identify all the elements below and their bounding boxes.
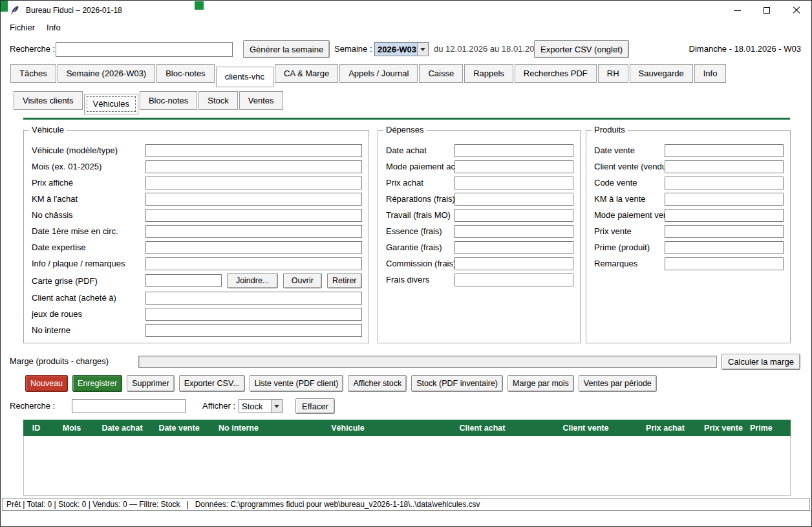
attach-pdf-button[interactable]: Joindre... (227, 273, 278, 288)
generate-week-button[interactable]: Générer la semaine (243, 40, 330, 58)
margin-by-month-button[interactable]: Marge par mois (508, 375, 574, 392)
main-tab-bar: Tâches Semaine (2026-W03) Bloc-notes cli… (10, 64, 727, 85)
vehicle-groupbox: Véhicule Véhicule (modèle/type) Mois (ex… (23, 130, 369, 343)
close-button[interactable] (782, 1, 811, 20)
chevron-down-icon[interactable] (417, 43, 428, 56)
listed-price-input[interactable] (145, 177, 362, 189)
tab-recherches-pdf[interactable]: Recherches PDF (515, 64, 597, 83)
field-label: Remarques (594, 259, 665, 268)
column-header-client-achat[interactable]: Client achat (427, 424, 538, 433)
tab-rappels[interactable]: Rappels (464, 64, 513, 83)
purchase-price-input[interactable] (454, 177, 573, 189)
save-button[interactable]: Enregistrer (72, 375, 122, 392)
list-search-input[interactable] (72, 399, 186, 413)
minimize-button[interactable] (722, 1, 752, 20)
sale-client-input[interactable] (665, 160, 784, 173)
sale-date-input[interactable] (665, 144, 784, 157)
carte-grise-file-input[interactable] (145, 274, 222, 287)
calculate-margin-button[interactable]: Calculer la marge (721, 354, 800, 370)
purchase-payment-mode-input[interactable] (454, 160, 573, 173)
sale-list-pdf-button[interactable]: Liste vente (PDF client) (250, 375, 344, 392)
clear-filter-button[interactable]: Effacer (295, 398, 335, 414)
chassis-number-input[interactable] (145, 209, 362, 222)
tab-bloc-notes[interactable]: Bloc-notes (156, 64, 214, 83)
info-plate-remarks-input[interactable] (145, 257, 362, 270)
tab-appels-journal[interactable]: Appels / Journal (339, 64, 418, 83)
tab-sauvegarde[interactable]: Sauvegarde (630, 64, 693, 83)
menu-bar: Fichier Info (1, 20, 811, 35)
new-button[interactable]: Nouveau (25, 375, 68, 392)
subtab-visites-clients[interactable]: Visites clients (14, 91, 83, 110)
labor-cost-input[interactable] (454, 209, 573, 222)
column-header-vehicule[interactable]: Véhicule (269, 424, 427, 433)
sales-by-period-button[interactable]: Ventes par période (579, 375, 657, 392)
sale-price-input[interactable] (665, 225, 784, 238)
tab-clients-vhc[interactable]: clients-vhc (216, 67, 273, 87)
open-pdf-button[interactable]: Ouvrir (283, 273, 321, 288)
repairs-cost-input[interactable] (454, 193, 573, 206)
form-row: Frais divers (386, 272, 573, 288)
column-header-mois[interactable]: Mois (49, 424, 94, 433)
column-header-client-vente[interactable]: Client vente (538, 424, 634, 433)
subtab-stock[interactable]: Stock (198, 91, 238, 110)
maximize-button[interactable] (752, 1, 782, 20)
tab-semaine[interactable]: Semaine (2026-W03) (58, 64, 156, 83)
first-circulation-date-input[interactable] (145, 225, 362, 238)
column-header-date-vente[interactable]: Date vente (150, 424, 208, 433)
form-row: No interne (32, 322, 362, 338)
sale-payment-mode-input[interactable] (665, 209, 784, 222)
misc-costs-input[interactable] (454, 274, 573, 286)
remove-pdf-button[interactable]: Retirer (327, 273, 362, 288)
export-csv-button[interactable]: Exporter CSV... (179, 375, 245, 392)
column-header-prime[interactable]: Prime (750, 424, 791, 433)
export-csv-tab-button[interactable]: Exporter CSV (onglet) (534, 40, 629, 58)
purchase-date-input[interactable] (454, 144, 573, 157)
show-stock-button[interactable]: Afficher stock (348, 375, 407, 392)
purchase-km-input[interactable] (145, 193, 362, 206)
field-label: Prix affiché (32, 178, 145, 188)
sale-km-input[interactable] (665, 193, 784, 206)
tab-info[interactable]: Info (694, 64, 727, 83)
vehicle-table-body[interactable] (23, 436, 791, 496)
sale-code-input[interactable] (665, 177, 784, 189)
fuel-cost-input[interactable] (454, 225, 573, 238)
stock-pdf-button[interactable]: Stock (PDF inventaire) (411, 375, 503, 392)
form-row: Remarques (594, 255, 784, 272)
expertise-date-input[interactable] (145, 241, 362, 254)
column-header-date-achat[interactable]: Date achat (94, 424, 150, 433)
field-label: No interne (32, 325, 145, 335)
tab-rh[interactable]: RH (598, 64, 628, 83)
wheel-sets-input[interactable] (145, 308, 362, 321)
subtab-bloc-notes[interactable]: Bloc-notes (140, 91, 197, 110)
margin-row: Marge (produits - charges) Calculer la m… (1, 352, 811, 371)
field-label: Date vente (594, 145, 665, 155)
subtab-vehicules[interactable]: Véhicules (84, 94, 138, 114)
menu-info[interactable]: Info (41, 20, 67, 35)
subtab-ventes[interactable]: Ventes (239, 91, 283, 110)
tab-ca-marge[interactable]: CA & Marge (275, 64, 338, 83)
purchase-client-input[interactable] (145, 292, 362, 305)
title-bar: Bureau Fiduci – 2026-01-18 (1, 1, 811, 20)
form-row: Code vente (594, 175, 784, 191)
column-header-id[interactable]: ID (23, 424, 49, 433)
group-title: Véhicule (29, 125, 67, 134)
menu-fichier[interactable]: Fichier (4, 20, 41, 35)
commission-cost-input[interactable] (454, 257, 573, 270)
remarks-input[interactable] (665, 257, 784, 270)
display-filter-select[interactable]: Stock (239, 399, 283, 413)
column-header-prix-vente[interactable]: Prix vente (697, 424, 750, 433)
month-input[interactable] (145, 160, 362, 173)
tab-taches[interactable]: Tâches (10, 64, 56, 83)
global-search-input[interactable] (56, 42, 233, 57)
column-header-no-interne[interactable]: No interne (208, 424, 269, 433)
internal-number-input[interactable] (145, 324, 362, 337)
chevron-down-icon[interactable] (271, 400, 282, 413)
column-header-prix-achat[interactable]: Prix achat (634, 424, 697, 433)
warranty-cost-input[interactable] (454, 241, 573, 254)
vehicle-model-input[interactable] (145, 144, 362, 157)
tab-caisse[interactable]: Caisse (419, 64, 463, 83)
delete-button[interactable]: Supprimer (127, 375, 175, 392)
status-text: Prêt | Total: 0 | Stock: 0 | Vendus: 0 —… (6, 500, 480, 509)
week-select[interactable]: 2026-W03 (374, 42, 429, 56)
product-premium-input[interactable] (665, 241, 784, 254)
